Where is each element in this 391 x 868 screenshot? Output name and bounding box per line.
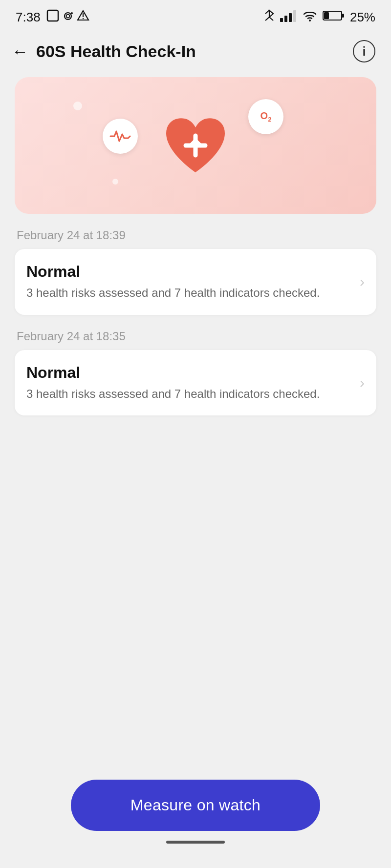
status-left-icons (46, 9, 89, 25)
status-bar: 7:38 (0, 0, 391, 30)
o2-badge: O2 (248, 99, 283, 134)
svg-point-1 (65, 13, 71, 20)
svg-rect-7 (289, 13, 292, 22)
vpn-icon (77, 9, 89, 25)
svg-rect-12 (342, 14, 344, 18)
record-section-2: February 24 at 18:35 Normal 3 health ris… (15, 330, 376, 416)
heart-icon (156, 109, 235, 182)
header: ← 60S Health Check-In i (0, 30, 391, 72)
pulse-icon (109, 129, 131, 143)
page-title: 60S Health Check-In (36, 42, 196, 61)
svg-point-9 (309, 20, 311, 21)
svg-point-2 (66, 14, 69, 18)
battery-percent: 25% (350, 10, 375, 25)
svg-rect-0 (47, 10, 58, 21)
content-area: February 24 at 18:39 Normal 3 health ris… (0, 228, 391, 415)
svg-rect-8 (293, 10, 296, 22)
time-display: 7:38 (16, 10, 41, 25)
screen-icon (46, 9, 59, 25)
record-status-1: Normal (26, 263, 352, 281)
record-card-2-content: Normal 3 health risks assessed and 7 hea… (26, 364, 352, 402)
svg-rect-5 (280, 18, 283, 22)
back-button[interactable]: ← (12, 42, 28, 61)
hero-banner: O2 (15, 77, 376, 214)
home-indicator (166, 841, 225, 844)
status-right-icons: 25% (264, 9, 375, 25)
status-time-area: 7:38 (16, 9, 89, 25)
record-card-1-content: Normal 3 health risks assessed and 7 hea… (26, 263, 352, 301)
record-desc-1: 3 health risks assessed and 7 health ind… (26, 285, 352, 301)
camera-icon (61, 9, 75, 25)
info-icon: i (362, 44, 366, 59)
svg-point-3 (71, 12, 73, 14)
signal-icon (280, 9, 297, 25)
record-status-2: Normal (26, 364, 352, 382)
record-section-1: February 24 at 18:39 Normal 3 health ris… (15, 228, 376, 315)
record-card-2[interactable]: Normal 3 health risks assessed and 7 hea… (15, 350, 376, 416)
record-card-1[interactable]: Normal 3 health risks assessed and 7 hea… (15, 249, 376, 315)
pulse-badge (103, 119, 138, 154)
chevron-right-icon-2: › (360, 374, 365, 391)
dot-decoration-2 (112, 179, 118, 185)
record-desc-2: 3 health risks assessed and 7 health ind… (26, 386, 352, 402)
svg-rect-6 (284, 16, 287, 22)
wifi-icon (302, 9, 318, 25)
info-button[interactable]: i (353, 40, 375, 62)
measure-button[interactable]: Measure on watch (71, 780, 320, 831)
chevron-right-icon-1: › (360, 273, 365, 290)
header-left: ← 60S Health Check-In (12, 42, 196, 61)
o2-label: O2 (261, 110, 272, 123)
timestamp-2: February 24 at 18:35 (15, 330, 376, 343)
heart-illustration: O2 (156, 109, 235, 182)
dot-decoration-1 (73, 102, 82, 110)
svg-point-4 (82, 18, 83, 19)
battery-icon (323, 10, 345, 24)
timestamp-1: February 24 at 18:39 (15, 228, 376, 242)
bottom-area: Measure on watch (0, 770, 391, 868)
bluetooth-icon (264, 9, 275, 25)
svg-rect-11 (324, 12, 329, 19)
